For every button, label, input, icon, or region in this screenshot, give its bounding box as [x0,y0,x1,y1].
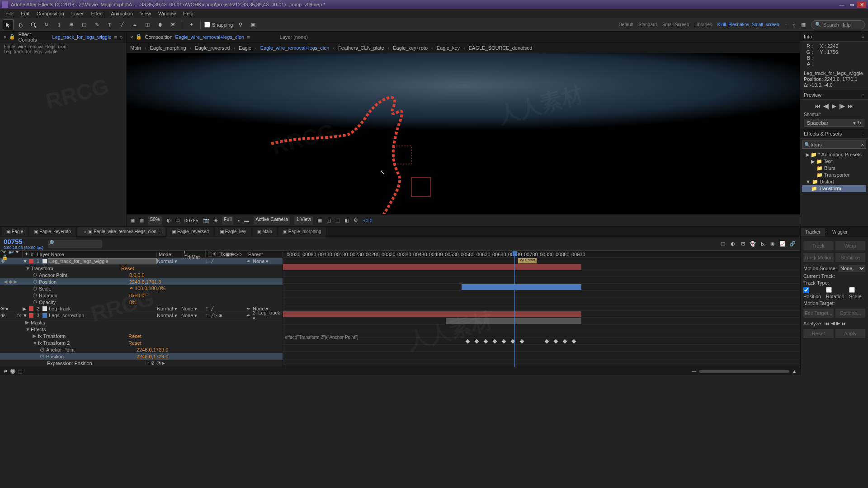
ec-expand-icon[interactable]: » [120,34,123,40]
layer-bar[interactable] [283,264,581,270]
menu-edit[interactable]: Edit [17,10,33,17]
property-row[interactable]: ⏱Opacity0% [0,299,283,305]
track-row[interactable] [283,345,800,352]
comp-name-link[interactable]: Eagle_wire_removal+legs_cion [175,34,245,40]
views-select[interactable]: 1 View [294,216,313,225]
camera-select[interactable]: Active Camera [254,216,290,225]
workspace-menu-icon[interactable]: ≡ [784,22,787,28]
layer-row[interactable]: 👁●▶2Leg_trackNormal ▾None ▾⬚ ╱⚭None ▾ [0,305,283,312]
tracker-tab[interactable]: Tracker [801,228,825,236]
keyframe[interactable] [493,339,497,344]
keyframe[interactable] [554,339,558,344]
layer-tab[interactable]: Layer (none) [280,34,308,40]
layer-bar[interactable] [462,284,581,290]
grid-icon[interactable]: ▦ [130,217,135,223]
ep-item[interactable]: 📁 Blurs [802,165,866,172]
crumb-morphing[interactable]: Eagle_morphing [150,45,186,51]
res-select[interactable]: Full [222,216,234,225]
keyframe[interactable] [484,339,488,344]
timeline-tab[interactable]: ▣ Main [253,227,277,236]
property-row[interactable]: ⏱Scale⚭ 100.0,100.0% [0,285,283,292]
ep-item[interactable]: ▶ 📁 * Animation Presets [802,151,866,158]
layer-row[interactable]: 👁fx▼3Legs_correctionNormal ▾None ▾⬚ ╱ fx… [0,312,283,319]
track-row[interactable] [283,365,800,367]
track-row[interactable] [283,284,800,291]
timeline-tab[interactable]: ▣ Eagle_key+roto [29,227,75,236]
rotation-checkbox[interactable]: Rotation [826,287,847,299]
timeline-icon[interactable]: ▬ [244,218,249,223]
track-row[interactable] [283,297,800,304]
local-axis-tool[interactable]: ✦ [186,19,197,30]
property-row[interactable]: ⏱Rotation0x+0.0° [0,292,283,299]
camera-tool[interactable]: ▯ [53,19,64,30]
ec-layer-link[interactable]: Leg_track_for_legs_wiggle [52,34,112,40]
track-row[interactable] [283,352,800,358]
motion-source-select[interactable]: None [839,265,865,272]
snapping-checkbox[interactable]: Snapping [204,22,233,28]
zoom-in-icon[interactable]: ▲ [792,369,797,374]
hand-tool[interactable] [15,19,26,30]
timeline-tab[interactable]: ▣ Eagle_morphing [278,227,326,236]
rotation-tool[interactable]: ↻ [41,19,52,30]
track-row[interactable] [283,318,800,324]
workspace-small[interactable]: Small Screen [662,22,689,27]
tl-tool-shy[interactable]: 👻 [749,240,757,248]
vfoot-5[interactable]: ⚙ [354,217,358,223]
roto-tool[interactable]: ⬮ [155,19,165,30]
scale-checkbox[interactable]: Scale [849,287,865,299]
menu-animation[interactable]: Animation [107,10,137,17]
preview-menu-icon[interactable]: ≡ [862,92,864,98]
menu-file[interactable]: File [2,10,17,17]
tl-tool-2[interactable]: ◐ [729,240,737,248]
timeline-search[interactable]: 🔎 [48,240,102,248]
current-frame[interactable]: 00755 [184,218,198,223]
menu-window[interactable]: Window [155,10,179,17]
channel-icon[interactable]: ◐ [166,217,171,223]
ep-search-input[interactable]: 🔍 trans× [802,141,866,149]
track-row[interactable] [283,270,800,277]
keyframe[interactable] [545,339,549,344]
search-help-input[interactable]: 🔍Search Help [811,20,865,29]
col-parent[interactable]: Parent [246,252,283,257]
col-layername[interactable]: Layer Name [35,252,157,257]
exposure-value[interactable]: +0.0 [363,218,373,223]
current-time-indicator[interactable] [514,251,515,367]
property-row[interactable]: ▼Effects [0,326,283,333]
workspace-libraries[interactable]: Libraries [694,22,712,27]
composition-viewer[interactable]: ↖ [127,53,800,214]
workspace-standard[interactable]: Standard [638,22,657,27]
track-row[interactable] [283,331,800,338]
comp-menu-icon[interactable]: ≡ [247,34,250,40]
zoom-tool[interactable] [28,19,39,30]
track-row[interactable] [283,358,800,365]
crumb-source[interactable]: EAGLE_SOURCE_denoised [469,45,533,51]
layer-row[interactable]: 👁▼1Leg_track_for_legs_wiggleNormal ▾⬚ ╱⚭… [0,258,283,265]
keyframe[interactable] [466,339,470,344]
crumb-reversed[interactable]: Eagle_reversed [195,45,230,51]
property-row[interactable]: ◀ ◆ ▶⏱Position2243.6,1761.3 [0,278,283,285]
rectangle-tool[interactable]: ▢ [79,19,90,30]
edit-target-button[interactable]: Edit Target... [803,309,834,318]
pan-behind-tool[interactable]: ⊕ [66,19,77,30]
col-trkmat[interactable]: T .TrkMat [181,251,206,260]
track-row[interactable] [283,263,800,270]
timeline-tab[interactable]: ▣ Eagle_reversed [167,227,213,236]
crumb-feathers[interactable]: Feathers_CLN_plate [338,45,384,51]
panel-toggle-icon[interactable]: ▦ [801,22,806,28]
menu-help[interactable]: Help [179,10,197,17]
comp-close-icon[interactable]: × [130,34,133,40]
snap-opt1[interactable]: ⚲ [235,19,246,30]
puppet-tool[interactable]: ✱ [167,19,178,30]
property-row[interactable]: ⏱Anchor Point2248.0,1729.0 [0,346,283,353]
transparency-icon[interactable]: ▩ [139,217,144,223]
track-row[interactable] [283,291,800,297]
ec-menu-icon[interactable]: ≡ [114,34,117,40]
play-icon[interactable]: ▶ [832,103,836,109]
options-button[interactable]: Options... [835,309,866,318]
keyframe[interactable] [572,339,576,344]
shortcut-select[interactable]: Spacebar▾ ↻ [804,119,864,127]
position-checkbox[interactable]: Position [803,287,824,299]
toggle-1[interactable]: 🔘 [10,369,15,374]
vfoot-3[interactable]: ⬚ [335,217,340,223]
keyframe[interactable] [520,339,524,344]
